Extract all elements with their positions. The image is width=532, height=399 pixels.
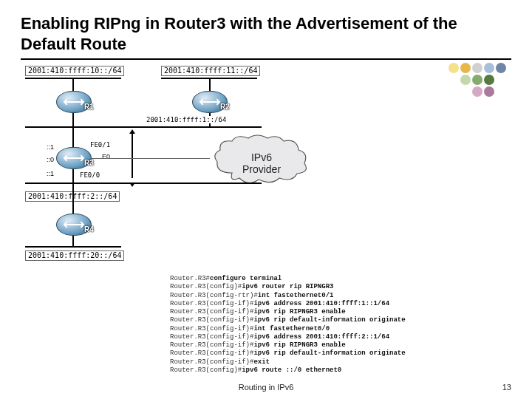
net-label-1: 2001:410:ffff:10::/64 (25, 66, 124, 76)
cli-output: Router.R3#configure terminal Router.R3(c… (170, 275, 517, 375)
ripng-arrow-up-head (129, 129, 135, 134)
slide-title: Enabling RIPng in Router3 with the Adver… (21, 13, 511, 60)
footer-title: Routing in IPv6 (0, 383, 532, 392)
network-diagram: 2001:410:ffff:10::/64 2001:410:ffff:11::… (21, 66, 511, 302)
net-label-3: 2001:410:ffff:1::/64 (146, 116, 226, 123)
link-r4-n5 (72, 236, 74, 246)
bus-n5 (25, 246, 121, 248)
iface-fe00: FE0/0 (80, 172, 100, 179)
cloud-label: IPv6 Provider (210, 151, 313, 175)
ipv6-provider-cloud: IPv6 Provider (210, 132, 313, 187)
ripng-arrow-up-line (132, 132, 133, 178)
bus-n3 (25, 126, 262, 128)
net-label-2: 2001:410:ffff:11::/64 (161, 66, 260, 76)
router-r2-label: R2 (220, 103, 230, 111)
router-r3-label: R3 (84, 159, 94, 167)
link-r1-n3 (72, 113, 74, 126)
link-n4-r4 (72, 183, 74, 214)
iface-e0: E0 (102, 154, 110, 160)
link-n3-r3 (72, 126, 74, 147)
link-r3-n4 (72, 169, 74, 183)
ripng-arrow-down-head (129, 183, 135, 187)
net-label-5: 2001:410:ffff:20::/64 (25, 250, 124, 261)
addr-down: ::1 (47, 171, 54, 177)
page-number: 13 (502, 383, 511, 392)
router-r1-label: R1 (84, 103, 94, 111)
router-r4-label: R4 (84, 225, 94, 233)
link-n2-r2 (209, 78, 211, 91)
bus-n4 (25, 183, 262, 184)
slide: Enabling RIPng in Router3 with the Adver… (0, 0, 532, 399)
addr-mid: ::0 (47, 157, 54, 163)
iface-fe01: FE0/1 (90, 142, 110, 149)
link-r3-e0 (92, 158, 210, 159)
link-n1-r1 (72, 78, 74, 91)
addr-up: ::1 (47, 144, 54, 151)
